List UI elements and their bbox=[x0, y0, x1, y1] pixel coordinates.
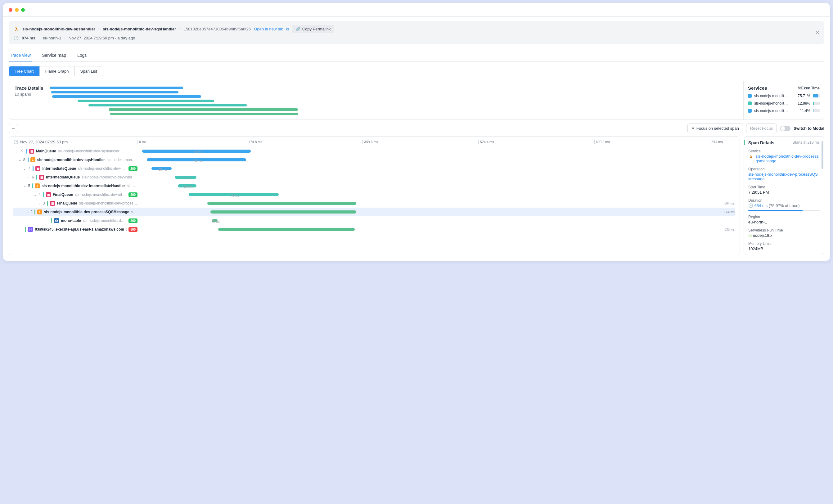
tabs: Trace view Service map Logs bbox=[9, 50, 824, 62]
status-badge: 200 bbox=[128, 218, 138, 223]
span-row[interactable]: ⌄9▦MainQueuesls-nodejs-monolithic-dev-sq… bbox=[13, 147, 735, 155]
detail-operation-link[interactable]: sls-nodejs-monolithic-dev-processSQSMess… bbox=[748, 172, 818, 181]
caret-icon[interactable]: ⌄ bbox=[34, 193, 36, 196]
service-row[interactable]: sls-nodejs-monolit…11.4% bbox=[748, 109, 820, 113]
detail-label-service: Service bbox=[748, 149, 820, 153]
app-window: λ sls-nodejs-monolithic-dev-sqshandler ›… bbox=[3, 3, 830, 261]
chevron-right-icon: › bbox=[179, 27, 180, 31]
window-zoom-dot[interactable] bbox=[21, 8, 25, 12]
span-row[interactable]: ⌄3▦FinalQueuesls-nodejs-monolithic-dev-p… bbox=[13, 199, 735, 208]
span-name: 03s9sk245i.execute-api.us-east-1.amazona… bbox=[35, 227, 124, 232]
span-row[interactable]: ⌄8λsls-nodejs-monolithic-dev-sqsHandlers… bbox=[13, 155, 735, 164]
window-close-dot[interactable] bbox=[9, 8, 13, 12]
scrollbar-thumb[interactable] bbox=[822, 141, 824, 169]
link-icon: 🔗 bbox=[295, 27, 301, 31]
caret-icon[interactable]: ⌄ bbox=[23, 167, 25, 170]
collapse-all-button[interactable]: − bbox=[9, 124, 18, 133]
child-count: 7 bbox=[27, 166, 31, 171]
sqs-icon: ▦ bbox=[46, 192, 51, 197]
span-row[interactable]: ⌄4▦FinalQueuesls-nodejs-monolithic-dev-i… bbox=[13, 190, 735, 199]
detail-label-region: Region bbox=[748, 215, 820, 219]
caret-icon[interactable]: ⌄ bbox=[24, 184, 26, 188]
span-row[interactable]: ⛁mono-tablesls-nodejs-monolithic-dev-pro… bbox=[13, 216, 735, 225]
lambda-icon: λ bbox=[35, 184, 40, 188]
db-icon: ⛁ bbox=[54, 218, 59, 223]
detail-region-value: eu-north-1 bbox=[748, 220, 820, 224]
caret-icon[interactable]: ⌄ bbox=[27, 176, 29, 179]
lambda-icon: λ bbox=[37, 210, 42, 214]
service-name: sls-nodejs-monolit… bbox=[754, 109, 797, 113]
breadcrumb-seg2[interactable]: sls-nodejs-monolithic-dev-sqsHandler bbox=[103, 27, 176, 31]
viewmode-tree-chart[interactable]: Tree Chart bbox=[9, 66, 40, 76]
caret-icon[interactable]: ⌄ bbox=[19, 158, 21, 162]
span-service: sls-nodejs-monolithic-dev-sqshandler bbox=[58, 149, 119, 153]
breadcrumb-seg1[interactable]: sls-nodejs-monolithic-dev-sqshandler bbox=[22, 27, 95, 31]
window-minimize-dot[interactable] bbox=[15, 8, 19, 12]
span-name: FinalQueue bbox=[53, 192, 73, 197]
caret-icon[interactable]: ⌄ bbox=[15, 150, 18, 153]
service-row[interactable]: sls-nodejs-monolit…75.71% bbox=[748, 94, 820, 98]
detail-service-link[interactable]: sls-nodejs-monolithic-dev-processsqsmess… bbox=[756, 154, 820, 163]
span-duration-label: 70 ms bbox=[193, 150, 202, 154]
tab-logs[interactable]: Logs bbox=[76, 50, 88, 62]
tab-service-map[interactable]: Service map bbox=[41, 50, 67, 62]
span-row[interactable]: ⌄2λsls-nodejs-monolithic-dev-processSQSM… bbox=[13, 208, 735, 216]
tab-trace-view[interactable]: Trace view bbox=[9, 50, 32, 62]
sqs-icon: ▦ bbox=[35, 166, 40, 171]
filter-icon: ⚲ bbox=[691, 126, 695, 131]
service-pct-bar bbox=[813, 102, 820, 105]
window-titlebar bbox=[3, 3, 830, 17]
overview-bar bbox=[51, 91, 178, 93]
span-service: sls-nodejs-monolithic-dev-sqshandler bbox=[78, 166, 127, 171]
axis-timestamp: Nov 27, 2024 07:29:50 pm bbox=[20, 140, 68, 144]
switch-modal-label: Switch to Modal bbox=[793, 126, 824, 131]
span-duration-label: 664 ms bbox=[724, 202, 735, 205]
span-name: IntermediateQueue bbox=[42, 166, 76, 171]
overview-bar bbox=[52, 95, 201, 98]
service-color-chip bbox=[748, 94, 752, 98]
open-new-tab-link[interactable]: Open in new tab ⧉ bbox=[254, 27, 288, 32]
caret-icon[interactable]: ⌄ bbox=[26, 210, 28, 214]
viewmode-flame-graph[interactable]: Flame Graph bbox=[40, 66, 74, 76]
viewmode-span-list[interactable]: Span List bbox=[74, 66, 103, 76]
span-bar bbox=[207, 202, 356, 205]
span-tree: 🕑 Nov 27, 2024 07:29:50 pm 0 ms174.8 ms3… bbox=[9, 136, 740, 255]
span-row[interactable]: ⌄6▦IntermediateQueuesls-nodejs-monolithi… bbox=[13, 173, 735, 182]
span-duration-label: 49 ms bbox=[231, 194, 239, 197]
service-color-chip bbox=[748, 101, 752, 105]
lambda-icon: λ bbox=[30, 157, 35, 162]
axis-ticks: 0 ms174.8 ms349.6 ms524.4 ms699.2 ms874 … bbox=[138, 140, 735, 144]
modal-toggle[interactable] bbox=[780, 126, 790, 131]
service-name: sls-nodejs-monolit… bbox=[754, 101, 795, 105]
span-duration-label: 91 ms bbox=[183, 176, 191, 180]
detail-runtime-value: nodejs18.x bbox=[753, 233, 772, 238]
focus-selected-button[interactable]: ⚲ Focus on selected span bbox=[687, 123, 743, 133]
duration-value: 874 ms bbox=[22, 36, 35, 40]
reset-focus-button[interactable]: Reset Focus bbox=[746, 123, 777, 133]
caret-icon[interactable]: ⌄ bbox=[38, 202, 40, 205]
span-row[interactable]: ⌄7▦IntermediateQueuesls-nodejs-monolithi… bbox=[13, 164, 735, 173]
span-name: IntermediateQueue bbox=[46, 175, 80, 179]
service-pct-bar bbox=[813, 94, 820, 97]
span-row[interactable]: ⌄5λsls-nodejs-monolithic-dev-intermediat… bbox=[13, 182, 735, 190]
trace-details-title: Trace Details bbox=[15, 85, 44, 91]
copy-permalink-button[interactable]: 🔗 Copy Permalink bbox=[292, 25, 335, 33]
span-color-bar bbox=[36, 175, 37, 180]
viewmode-group: Tree Chart Flame Graph Span List bbox=[9, 66, 103, 76]
axis-tick: 174.8 ms bbox=[247, 140, 262, 144]
detail-duration-value[interactable]: 664 ms bbox=[755, 203, 768, 208]
span-service: s… bbox=[126, 227, 127, 232]
span-color-bar bbox=[47, 201, 48, 206]
overview-waterfall bbox=[50, 85, 738, 115]
child-count: 9 bbox=[20, 149, 25, 153]
overview-bar bbox=[78, 100, 214, 102]
axis-tick: 874 ms bbox=[710, 140, 723, 144]
service-row[interactable]: sls-nodejs-monolit…12.88% bbox=[748, 101, 820, 105]
detail-label-start: Start Time bbox=[748, 185, 820, 189]
span-color-bar bbox=[34, 210, 35, 214]
span-duration-label: 66 ms bbox=[159, 168, 167, 171]
span-service: sls-nodejs-monolithic-dev-intermediateh… bbox=[75, 192, 127, 197]
span-row[interactable]: H03s9sk245i.execute-api.us-east-1.amazon… bbox=[13, 225, 735, 234]
exec-time-heading: %Exec Time bbox=[798, 86, 820, 90]
close-button[interactable]: ✕ bbox=[815, 29, 820, 36]
